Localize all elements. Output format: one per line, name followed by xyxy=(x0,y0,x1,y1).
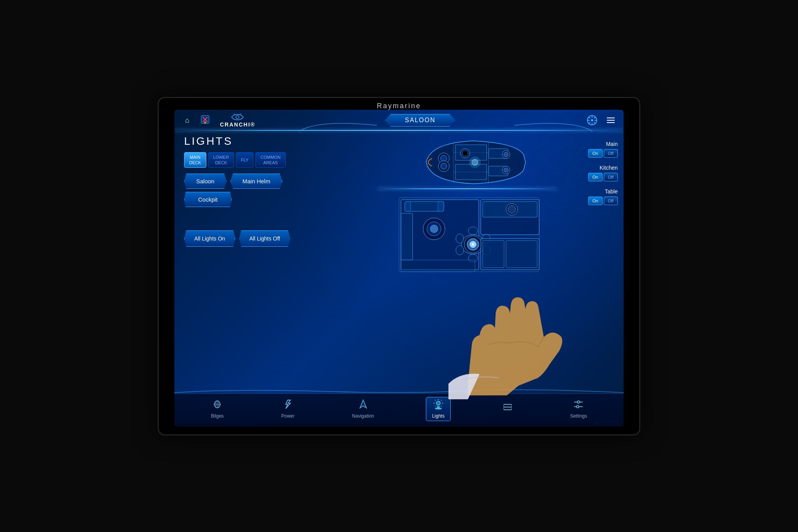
svg-line-74 xyxy=(441,406,441,406)
main-on-off: On Off xyxy=(567,149,618,158)
svg-line-14 xyxy=(594,122,596,124)
close-button[interactable] xyxy=(198,113,212,127)
main-off-button[interactable]: Off xyxy=(604,149,618,158)
main-off-label: Off xyxy=(608,151,613,156)
svg-rect-66 xyxy=(506,241,537,268)
home-button[interactable]: ⌂ xyxy=(180,113,194,127)
svg-point-59 xyxy=(472,243,474,246)
menu-button[interactable] xyxy=(604,113,618,127)
svg-line-15 xyxy=(594,117,596,119)
home-icon: ⌂ xyxy=(185,116,190,125)
table-on-button[interactable]: On xyxy=(588,197,603,205)
logo-text: CRANCHI® xyxy=(220,121,255,128)
kitchen-on-label: On xyxy=(592,175,598,179)
boat-floor-plan-svg xyxy=(395,194,543,276)
navigation-label: Navigation xyxy=(352,413,374,419)
main-on-button[interactable]: On xyxy=(588,149,603,158)
svg-point-89 xyxy=(577,406,579,408)
nav-items: Bilges Power xyxy=(174,393,624,427)
svg-rect-43 xyxy=(405,202,411,211)
svg-line-73 xyxy=(435,400,436,400)
cockpit-btn-row: Cockpit xyxy=(184,192,367,207)
settings-label: Settings xyxy=(570,413,587,419)
logo-icon-svg xyxy=(230,113,245,121)
bilges-icon xyxy=(212,399,222,412)
header: ⌂ xyxy=(174,110,624,131)
nav-item-unknown[interactable] xyxy=(497,400,519,418)
svg-line-75 xyxy=(435,406,436,406)
table-control-label: Table xyxy=(567,188,618,195)
svg-point-52 xyxy=(456,234,464,243)
svg-point-35 xyxy=(441,163,447,169)
lights-nav-label: Lights xyxy=(432,413,445,419)
nav-item-lights[interactable]: Lights xyxy=(426,397,451,421)
lights-icon xyxy=(433,399,444,412)
kitchen-on-off: On Off xyxy=(567,173,618,181)
control-main: Main On Off xyxy=(567,141,618,158)
tab-lower-deck[interactable]: LOWERDECK xyxy=(208,152,234,168)
table-off-button[interactable]: Off xyxy=(604,197,618,205)
main-on-label: On xyxy=(592,151,598,156)
cockpit-button[interactable]: Cockpit xyxy=(184,192,232,207)
boat-floor-plan xyxy=(395,194,543,276)
main-helm-label: Main Helm xyxy=(243,178,271,184)
svg-point-27 xyxy=(462,151,468,156)
tab-common-areas[interactable]: COMMONAREAS xyxy=(255,152,285,168)
table-off-label: Off xyxy=(608,198,613,203)
svg-point-5 xyxy=(204,121,206,124)
deck-tabs: MAINDECK LOWERDECK FLY COMMONAREAS xyxy=(184,152,367,168)
all-lights-off-label: All Lights Off xyxy=(249,235,280,242)
kitchen-on-button[interactable]: On xyxy=(588,173,603,181)
nav-item-navigation[interactable]: Navigation xyxy=(346,397,380,421)
menu-icon xyxy=(606,116,615,124)
tab-main-deck[interactable]: MAINDECK xyxy=(184,152,206,168)
table-on-label: On xyxy=(592,198,598,203)
tab-lower-deck-label: LOWERDECK xyxy=(213,155,229,165)
all-lights-on-label: All Lights On xyxy=(194,235,225,242)
header-curve-left-svg xyxy=(299,118,377,133)
svg-rect-67 xyxy=(401,260,475,272)
svg-point-54 xyxy=(456,246,464,255)
screen-inner: ⌂ xyxy=(174,110,624,427)
nav-line xyxy=(174,130,624,131)
saloon-room-button[interactable]: Saloon xyxy=(184,174,227,189)
svg-point-6 xyxy=(236,116,239,119)
boat-top-view-svg xyxy=(411,137,535,188)
bilges-label: Bilges xyxy=(211,413,224,419)
screen-outer: Raymarine ⌂ xyxy=(158,97,640,435)
svg-line-76 xyxy=(441,400,441,400)
nav-item-settings[interactable]: Settings xyxy=(564,397,593,421)
svg-rect-45 xyxy=(401,213,413,260)
header-curve-right-svg xyxy=(515,118,592,133)
lights-title: LIGHTS xyxy=(184,135,367,147)
saloon-room-label: Saloon xyxy=(196,178,214,184)
svg-point-63 xyxy=(508,205,516,213)
close-icon xyxy=(200,114,211,127)
cockpit-label: Cockpit xyxy=(198,196,218,203)
nav-item-bilges[interactable]: Bilges xyxy=(205,397,230,421)
right-panel: Main On Off Kitchen On xyxy=(567,135,618,397)
nav-item-power[interactable]: Power xyxy=(275,397,300,421)
svg-point-39 xyxy=(504,168,508,172)
tab-fly[interactable]: FLY xyxy=(236,152,253,168)
svg-point-48 xyxy=(430,225,438,233)
navigation-icon xyxy=(359,399,368,412)
control-table: Table On Off xyxy=(567,188,618,205)
svg-point-31 xyxy=(472,159,478,165)
saloon-button[interactable]: SALOON xyxy=(385,114,455,126)
saloon-label: SALOON xyxy=(405,117,436,123)
kitchen-off-label: Off xyxy=(608,175,613,179)
left-panel: LIGHTS MAINDECK LOWERDECK FLY COMMONAREA… xyxy=(180,135,367,397)
main-helm-button[interactable]: Main Helm xyxy=(230,174,283,189)
kitchen-off-button[interactable]: Off xyxy=(604,173,618,181)
all-lights-on-button[interactable]: All Lights On xyxy=(184,230,235,247)
all-lights-off-button[interactable]: All Lights Off xyxy=(239,230,290,247)
header-left: ⌂ xyxy=(180,113,255,128)
svg-point-50 xyxy=(468,227,478,235)
svg-point-37 xyxy=(504,152,508,157)
bottom-nav: Bilges Power xyxy=(174,393,624,427)
tab-common-areas-label: COMMONAREAS xyxy=(260,155,280,165)
settings-icon xyxy=(573,399,584,412)
svg-rect-65 xyxy=(483,241,504,268)
svg-rect-44 xyxy=(438,202,444,211)
